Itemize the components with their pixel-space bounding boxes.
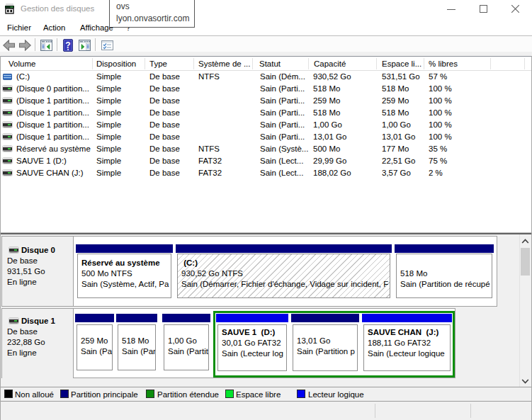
svg-text:?: ? [65, 40, 70, 50]
